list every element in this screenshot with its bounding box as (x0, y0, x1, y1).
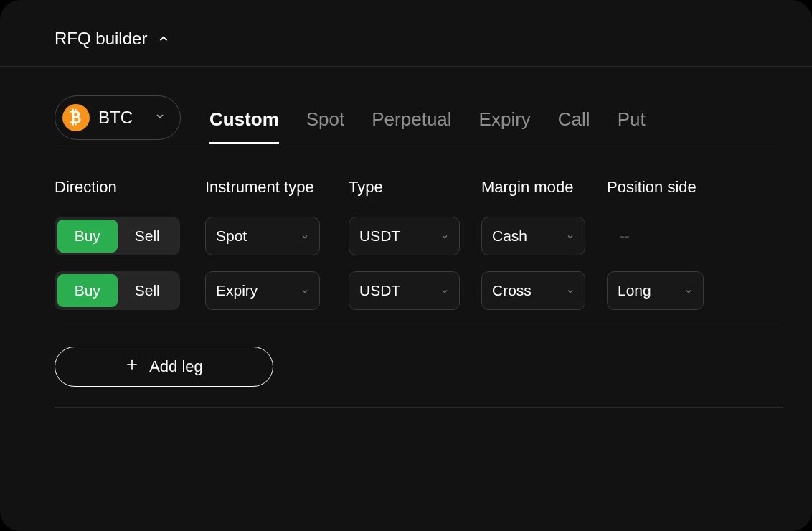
table-header: Direction Instrument type Type Margin mo… (55, 178, 783, 197)
instrument-type-select[interactable]: Expiry (205, 271, 320, 310)
direction-toggle: Buy Sell (55, 217, 180, 255)
add-leg-button[interactable]: Add leg (55, 347, 273, 387)
chevron-down-icon (566, 282, 575, 299)
footer-area: Add leg (55, 326, 783, 408)
chevron-down-icon (301, 282, 309, 299)
buy-button[interactable]: Buy (57, 274, 118, 307)
select-value: Cash (492, 227, 527, 245)
panel-content: BTC Custom Spot Perpetual Expiry Call Pu… (0, 67, 812, 408)
select-value: Expiry (216, 282, 258, 299)
select-value: USDT (359, 282, 400, 299)
chevron-up-icon (157, 32, 170, 45)
table-body: Buy Sell Spot USDT (55, 217, 783, 310)
tab-call[interactable]: Call (558, 108, 590, 144)
tab-put[interactable]: Put (618, 108, 646, 144)
header-margin-mode: Margin mode (481, 178, 607, 197)
type-select[interactable]: USDT (349, 271, 460, 310)
header-type: Type (349, 178, 481, 197)
asset-selector[interactable]: BTC (55, 95, 181, 140)
strategy-tabs: Custom Spot Perpetual Expiry Call Put (209, 100, 646, 144)
chevron-down-icon (440, 282, 449, 299)
tab-expiry[interactable]: Expiry (479, 108, 531, 144)
chevron-down-icon (154, 111, 166, 125)
plus-icon (125, 357, 139, 376)
margin-mode-select[interactable]: Cross (481, 271, 585, 310)
table-row: Buy Sell Expiry USDT (55, 271, 783, 310)
table-row: Buy Sell Spot USDT (55, 217, 783, 255)
tab-custom[interactable]: Custom (209, 108, 279, 144)
sell-button[interactable]: Sell (118, 274, 178, 307)
panel-title: RFQ builder (55, 29, 147, 49)
position-side-select[interactable]: Long (607, 271, 704, 310)
asset-symbol: BTC (98, 108, 133, 128)
tab-perpetual[interactable]: Perpetual (372, 108, 451, 144)
bitcoin-icon (62, 104, 90, 131)
select-value: Cross (492, 282, 532, 299)
tab-spot[interactable]: Spot (306, 108, 345, 144)
add-leg-label: Add leg (149, 357, 203, 376)
select-value: USDT (359, 227, 400, 245)
chevron-down-icon (684, 282, 693, 299)
instrument-type-select[interactable]: Spot (205, 217, 320, 255)
legs-table: Direction Instrument type Type Margin mo… (55, 178, 783, 310)
chevron-down-icon (566, 227, 575, 245)
buy-button[interactable]: Buy (57, 220, 118, 253)
sell-button[interactable]: Sell (118, 220, 178, 253)
chevron-down-icon (440, 227, 449, 245)
rfq-builder-panel: RFQ builder BTC Custom Spot Perpet (0, 0, 812, 531)
header-position-side: Position side (607, 178, 722, 197)
top-row: BTC Custom Spot Perpetual Expiry Call Pu… (55, 95, 783, 149)
direction-toggle: Buy Sell (55, 271, 180, 310)
select-value: Long (618, 282, 651, 299)
position-side-empty: -- (607, 227, 630, 244)
chevron-down-icon (301, 227, 309, 245)
header-direction: Direction (55, 178, 205, 197)
header-instrument-type: Instrument type (205, 178, 349, 197)
margin-mode-select[interactable]: Cash (481, 217, 585, 255)
select-value: Spot (216, 227, 247, 245)
type-select[interactable]: USDT (349, 217, 460, 255)
panel-header[interactable]: RFQ builder (0, 0, 812, 67)
